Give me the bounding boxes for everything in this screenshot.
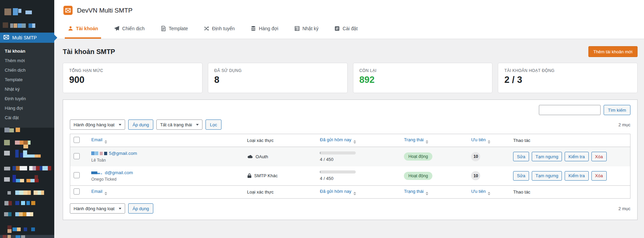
add-account-button[interactable]: Thêm tài khoản mới — [588, 46, 638, 57]
select-all-checkbox[interactable] — [74, 137, 80, 143]
shuffle-icon — [204, 26, 209, 31]
column-header-status[interactable]: Trạng thái — [401, 186, 468, 199]
search-button[interactable]: Tìm kiếm — [604, 105, 630, 115]
sidebar-item-multi-smtp[interactable]: Multi SMTP — [0, 33, 54, 43]
tab-chien-dich[interactable]: Chiến dịch — [114, 18, 144, 39]
tab-nhat-ky[interactable]: Nhật ký — [294, 18, 318, 39]
stat-card-remaining: CÒN LẠI 892 — [353, 63, 493, 93]
tab-dinh-tuyen[interactable]: Định tuyến — [204, 18, 235, 39]
row-checkbox[interactable] — [74, 153, 80, 159]
search-input[interactable] — [539, 105, 601, 115]
table-row: d@gmail.com Onego Ticked SMTP Khác — [70, 166, 630, 186]
priority-badge: 10 — [471, 152, 480, 161]
bulk-action-select[interactable]: Hành động hàng loạt — [70, 120, 125, 130]
email-link[interactable]: d@gmail.com — [105, 170, 133, 175]
lock-icon — [247, 173, 252, 178]
filter-button[interactable]: Lọc — [206, 120, 221, 130]
tab-template[interactable]: Template — [161, 18, 188, 39]
pause-button[interactable]: Tạm ngưng — [532, 152, 562, 161]
sort-arrows — [104, 192, 107, 195]
plugin-logo-envelope-icon — [63, 6, 73, 15]
page-content: Tài khoản SMTP Thêm tài khoản mới TỔNG H… — [54, 39, 644, 238]
account-name: Lê Toản — [91, 158, 240, 163]
column-header-actions: Thao tác — [510, 134, 630, 147]
apply-button[interactable]: Áp dụng — [128, 120, 153, 130]
column-header-email[interactable]: Email — [88, 134, 243, 147]
sidebar-item-hang-doi[interactable]: Hàng đợi — [0, 103, 54, 113]
accounts-table: Email Loại xác thực Đã gửi hôm nay Trạng… — [70, 134, 630, 199]
sort-arrows — [353, 192, 356, 195]
sent-count: 4 / 450 — [320, 176, 397, 181]
bulk-action-select-bottom[interactable]: Hành động hàng loạt — [70, 203, 125, 214]
sidebar-item-them-moi[interactable]: Thêm mới — [0, 56, 54, 65]
progress-bar — [320, 151, 356, 154]
redacted-email-prefix — [91, 151, 108, 156]
page-title: Tài khoản SMTP — [63, 48, 115, 56]
apply-button-bottom[interactable]: Áp dụng — [128, 203, 153, 214]
sidebar-item-template[interactable]: Template — [0, 75, 54, 84]
edit-button[interactable]: Sửa — [513, 171, 529, 181]
plugin-title: DevVN Multi SMTP — [77, 7, 133, 14]
status-badge: Hoạt động — [404, 152, 432, 161]
test-button[interactable]: Kiểm tra — [565, 152, 588, 161]
sidebar-item-label: Multi SMTP — [12, 35, 37, 40]
send-icon — [114, 26, 119, 31]
delete-button[interactable]: Xóa — [591, 152, 607, 161]
pause-button[interactable]: Tạm ngưng — [532, 171, 562, 181]
active-menu-arrow — [54, 35, 57, 41]
tab-hang-doi[interactable]: Hàng đợi — [251, 18, 278, 39]
progress-fill — [320, 151, 320, 154]
sidebar-item-tai-khoan[interactable]: Tài khoản — [0, 46, 54, 56]
redacted-email-prefix — [91, 170, 104, 175]
app-root: Multi SMTP Tài khoản Thêm mới Chiến dịch… — [0, 0, 644, 238]
column-header-email[interactable]: Email — [88, 186, 243, 199]
tab-bar: Tài khoản Chiến dịch Template Định tuyến… — [54, 18, 644, 39]
table-header-row: Email Loại xác thực Đã gửi hôm nay Trạng… — [70, 134, 630, 147]
template-icon — [161, 26, 166, 31]
sort-arrows — [426, 192, 428, 195]
sort-arrows — [353, 140, 356, 144]
sidebar-item-nhat-ky[interactable]: Nhật ký — [0, 84, 54, 94]
envelope-icon — [3, 35, 9, 40]
accounts-panel: Tìm kiếm Hành động hàng loạt Áp dụng Tất… — [63, 99, 638, 220]
column-header-sent[interactable]: Đã gửi hôm nay — [316, 134, 401, 147]
sort-arrows — [104, 140, 107, 144]
brand: DevVN Multi SMTP — [54, 0, 644, 18]
item-count-bottom: 2 mục — [619, 206, 630, 211]
email-link[interactable]: 5@gmail.com — [109, 151, 137, 156]
select-all-checkbox[interactable] — [74, 188, 80, 195]
edit-button[interactable]: Sửa — [513, 152, 529, 161]
tab-cai-dat[interactable]: Cài đặt — [334, 18, 357, 39]
delete-button[interactable]: Xóa — [591, 171, 607, 181]
main-area: DevVN Multi SMTP Tài khoản Chiến dịch Te… — [54, 0, 644, 238]
sidebar-item-dinh-tuyen[interactable]: Định tuyến — [0, 94, 54, 103]
column-header-auth: Loại xác thực — [244, 186, 317, 199]
item-count-top: 2 mục — [619, 122, 630, 127]
priority-badge: 10 — [471, 171, 480, 180]
chevron-down-icon — [196, 124, 199, 126]
test-button[interactable]: Kiểm tra — [565, 171, 588, 181]
table-row: 5@gmail.com Lê Toản OAuth — [70, 147, 630, 166]
tab-tai-khoan[interactable]: Tài khoản — [68, 18, 98, 39]
row-checkbox[interactable] — [74, 172, 80, 178]
stat-card-total-quota: TỔNG HẠN MỨC 900 — [63, 63, 202, 93]
sort-arrows — [488, 192, 490, 195]
queue-icon — [251, 26, 256, 31]
status-filter-select[interactable]: Tất cả trạng thái — [156, 120, 202, 130]
column-header-status[interactable]: Trạng thái — [401, 134, 468, 147]
chevron-down-icon — [119, 208, 121, 209]
wp-admin-sidebar: Multi SMTP Tài khoản Thêm mới Chiến dịch… — [0, 0, 54, 238]
log-icon — [294, 26, 300, 31]
plugin-header: DevVN Multi SMTP Tài khoản Chiến dịch Te… — [54, 0, 644, 39]
progress-fill — [320, 170, 320, 173]
sidebar-item-cai-dat[interactable]: Cài đặt — [0, 113, 54, 122]
column-header-priority[interactable]: Ưu tiên — [468, 186, 510, 199]
person-icon — [68, 26, 73, 31]
sidebar-item-chien-dich[interactable]: Chiến dịch — [0, 65, 54, 75]
column-header-sent[interactable]: Đã gửi hôm nay — [316, 186, 401, 199]
multi-smtp-submenu: Tài khoản Thêm mới Chiến dịch Template N… — [0, 43, 54, 128]
stat-cards: TỔNG HẠN MỨC 900 ĐÃ SỬ DỤNG 8 CÒN LẠI 89… — [63, 63, 638, 93]
settings-icon — [334, 26, 340, 31]
column-header-auth: Loại xác thực — [244, 134, 317, 147]
column-header-priority[interactable]: Ưu tiên — [468, 134, 510, 147]
